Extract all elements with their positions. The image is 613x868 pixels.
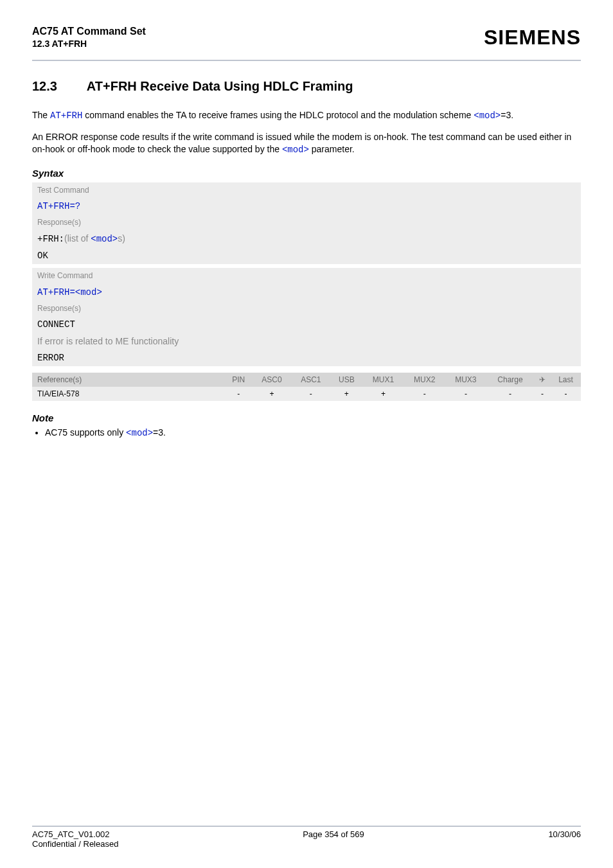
ref-val-pin: - [225, 387, 252, 401]
text: (list of [64, 233, 91, 244]
ref-header-row: Reference(s) PIN ASC0 ASC1 USB MUX1 MUX2… [32, 373, 581, 387]
responses-label: Response(s) [32, 301, 581, 316]
ref-col-usb: USB [330, 373, 362, 387]
ref-val-plane: - [534, 387, 551, 401]
syntax-heading: Syntax [32, 168, 581, 179]
footer-page-number: Page 354 of 569 [303, 829, 364, 849]
text: =3. [153, 427, 166, 438]
test-response-line: +FRH:(list of <mod>s) [32, 230, 581, 247]
error-condition-text: If error is related to ME functionality [32, 333, 581, 350]
section-title-text: AT+FRH Receive Data Using HDLC Framing [87, 79, 353, 93]
ref-col-asc1: ASC1 [291, 373, 330, 387]
test-command-code: AT+FRH=? [32, 198, 581, 215]
cmd-link-atfrh[interactable]: AT+FRH [50, 111, 82, 121]
note-item: AC75 supports only <mod>=3. [45, 427, 581, 438]
section-heading: 12.3 AT+FRH Receive Data Using HDLC Fram… [32, 79, 581, 94]
ref-col-pin: PIN [225, 373, 252, 387]
page-footer: AC75_ATC_V01.002 Confidential / Released… [32, 826, 581, 849]
page: AC75 AT Command Set 12.3 AT+FRH SIEMENS … [0, 0, 613, 868]
test-command-label: Test Command [32, 182, 581, 198]
section-number: 12.3 [32, 79, 84, 94]
connect-response: CONNECT [32, 316, 581, 333]
ref-val-charge: - [486, 387, 534, 401]
ref-val-mux3: - [445, 387, 486, 401]
text: The [32, 110, 50, 120]
text: parameter. [309, 144, 355, 154]
brand-logo: SIEMENS [484, 26, 581, 49]
note-list: AC75 supports only <mod>=3. [32, 427, 581, 438]
footer-doc-version: AC75_ATC_V01.002 [32, 829, 118, 839]
page-header: AC75 AT Command Set 12.3 AT+FRH SIEMENS [32, 26, 581, 56]
intro-paragraph-2: An ERROR response code results if the wr… [32, 131, 581, 156]
text: s) [118, 233, 125, 244]
ref-val-asc0: + [252, 387, 291, 401]
param-link-mod[interactable]: <mod> [91, 234, 118, 244]
airplane-icon: ✈ [534, 373, 551, 387]
syntax-table: Test Command AT+FRH=? Response(s) +FRH:(… [32, 182, 581, 366]
text: =3. [501, 110, 513, 120]
ref-val-last: - [551, 387, 581, 401]
note-heading: Note [32, 412, 581, 423]
ref-col-asc0: ASC0 [252, 373, 291, 387]
ref-data-row: TIA/EIA-578 - + - + + - - - - - [32, 387, 581, 401]
write-command-label: Write Command [32, 268, 581, 283]
header-divider [32, 60, 581, 61]
ok-response: OK [32, 247, 581, 264]
footer-classification: Confidential / Released [32, 839, 118, 849]
param-link-mod[interactable]: <mod> [126, 428, 153, 438]
ref-col-mux1: MUX1 [362, 373, 404, 387]
ref-val-asc1: - [291, 387, 330, 401]
ref-col-mux3: MUX3 [445, 373, 486, 387]
cmd-prefix: AT+FRH= [37, 287, 75, 297]
footer-divider [32, 826, 581, 827]
responses-label: Response(s) [32, 215, 581, 230]
ref-col-last: Last [551, 373, 581, 387]
ref-col-mux2: MUX2 [404, 373, 445, 387]
text: command enables the TA to receive frames… [82, 110, 474, 120]
resp-prefix: +FRH: [37, 234, 64, 244]
ref-col-charge: Charge [486, 373, 534, 387]
ref-value-label: TIA/EIA-578 [32, 387, 225, 401]
param-link-mod[interactable]: <mod> [474, 111, 501, 121]
header-left: AC75 AT Command Set 12.3 AT+FRH [32, 26, 146, 49]
error-response: ERROR [32, 350, 581, 366]
reference-table: Reference(s) PIN ASC0 ASC1 USB MUX1 MUX2… [32, 373, 581, 401]
param-link-mod[interactable]: <mod> [282, 145, 309, 155]
write-command-code: AT+FRH=<mod> [32, 283, 581, 301]
param-link-mod[interactable]: <mod> [75, 287, 102, 297]
footer-left: AC75_ATC_V01.002 Confidential / Released [32, 829, 118, 849]
ref-val-usb: + [330, 387, 362, 401]
ref-val-mux1: + [362, 387, 404, 401]
doc-title: AC75 AT Command Set [32, 26, 146, 37]
doc-subtitle: 12.3 AT+FRH [32, 39, 146, 49]
ref-col-references: Reference(s) [32, 373, 225, 387]
text: AC75 supports only [45, 427, 126, 438]
intro-paragraph-1: The AT+FRH command enables the TA to rec… [32, 109, 581, 122]
footer-date: 10/30/06 [548, 829, 581, 849]
ref-val-mux2: - [404, 387, 445, 401]
